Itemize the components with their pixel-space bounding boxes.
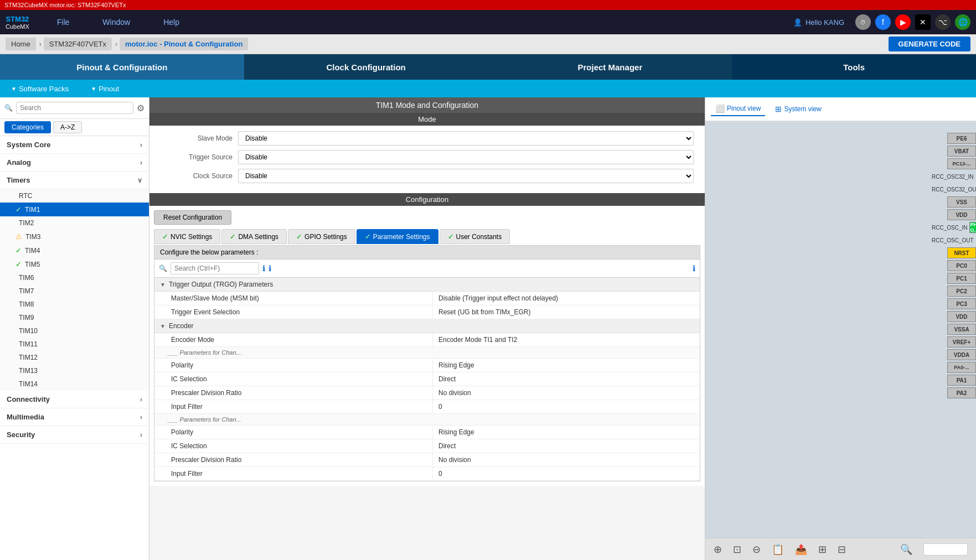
- sidebar-item-tim11[interactable]: TIM11: [0, 338, 149, 351]
- tab-check-icon-user: ✓: [448, 232, 454, 241]
- menu-window[interactable]: Window: [86, 13, 147, 31]
- slave-mode-row: Slave Mode Disable: [161, 131, 694, 146]
- youtube-icon[interactable]: ▶: [895, 14, 911, 30]
- facebook-icon[interactable]: f: [875, 14, 891, 30]
- sidebar-item-tim3[interactable]: ⚠ TIM3: [0, 230, 149, 243]
- clock-source-row: Clock Source Disable: [161, 169, 694, 183]
- info-icon-3[interactable]: ℹ: [693, 264, 695, 273]
- sidebar-item-multimedia[interactable]: Multimedia ›: [0, 408, 149, 426]
- cat-tab-az[interactable]: A->Z: [53, 121, 82, 133]
- fit-button[interactable]: ⊡: [733, 543, 741, 556]
- breadcrumb-home[interactable]: Home: [6, 38, 36, 50]
- sidebar-item-tim13[interactable]: TIM13: [0, 364, 149, 377]
- search-icon: 🔍: [4, 104, 13, 112]
- chevron-down-icon: ▼: [11, 86, 17, 92]
- pin-pc13: PC13-...: [932, 158, 976, 170]
- pin-pc14: RCC_OSC32_IN PC14-...: [932, 170, 976, 183]
- export2-button[interactable]: 📤: [795, 543, 807, 556]
- param-group-encoder[interactable]: ▼ Encoder: [154, 319, 700, 333]
- config-tab-gpio[interactable]: ✓ GPIO Settings: [288, 229, 355, 244]
- generate-code-button[interactable]: GENERATE CODE: [889, 37, 970, 51]
- reset-configuration-button[interactable]: Reset Configuration: [154, 210, 231, 225]
- param-row-ic-selection-1: IC Selection Direct: [154, 372, 700, 386]
- github-icon[interactable]: ⌥: [935, 14, 951, 30]
- grid-button[interactable]: ⊟: [838, 543, 846, 556]
- main-content: 🔍 ⚙ Categories A->Z System Core › Analog…: [0, 97, 976, 560]
- sidebar-item-tim9[interactable]: TIM9: [0, 311, 149, 324]
- sidebar-item-tim4[interactable]: ✓ TIM4: [0, 243, 149, 257]
- tab-project[interactable]: Project Manager: [488, 54, 732, 80]
- x-icon[interactable]: ✕: [915, 14, 931, 30]
- sidebar-item-system-core[interactable]: System Core ›: [0, 136, 149, 154]
- breadcrumb-device[interactable]: STM32F407VETx: [44, 38, 112, 50]
- param-group-trgo[interactable]: ▼ Trigger Output (TRGO) Parameters: [154, 278, 700, 292]
- sidebar-item-tim6[interactable]: TIM6: [0, 271, 149, 284]
- config-tab-user-constants[interactable]: ✓ User Constants: [440, 229, 510, 244]
- sidebar-list: System Core › Analog › Timers ∨ RTC ✓: [0, 136, 149, 560]
- globe-icon[interactable]: 🌐: [955, 14, 970, 30]
- title-text: STM32CubeMX motor.ioc: STM32F407VETx: [4, 2, 126, 8]
- mode-section-header: Mode: [149, 113, 705, 126]
- param-row-trigger-event: Trigger Event Selection Reset (UG bit fr…: [154, 305, 700, 319]
- param-row-prescaler-1: Prescaler Division Ratio No division: [154, 386, 700, 400]
- sidebar-item-tim2[interactable]: TIM2: [0, 216, 149, 230]
- chevron-right-icon-4: ›: [140, 413, 142, 421]
- sidebar-item-tim10[interactable]: TIM10: [0, 324, 149, 338]
- info-icon-1[interactable]: ℹ: [262, 264, 265, 273]
- sidebar-item-security[interactable]: Security ›: [0, 426, 149, 444]
- split-button[interactable]: ⊞: [818, 543, 827, 556]
- toolbar-search-input[interactable]: [923, 543, 968, 556]
- user-icon: 👤: [793, 18, 802, 27]
- search-input[interactable]: [16, 102, 133, 114]
- pin-ph0: RCC_OSC_IN PH0-O...: [932, 221, 976, 234]
- sub-tab-pinout[interactable]: ▼ Pinout: [91, 85, 119, 93]
- pin-nrst: NRST: [932, 247, 976, 259]
- menu-file[interactable]: File: [40, 13, 86, 31]
- sidebar-item-connectivity[interactable]: Connectivity ›: [0, 391, 149, 408]
- sub-tab-software[interactable]: ▼ Software Packs: [11, 85, 69, 93]
- config-tabs: ✓ NVIC Settings ✓ DMA Settings ✓ GPIO Se…: [154, 229, 700, 244]
- tab-clock[interactable]: Clock Configuration: [244, 54, 488, 80]
- panel-title: TIM1 Mode and Configuration: [149, 97, 705, 113]
- chevron-down-icon-trgo: ▼: [160, 282, 166, 288]
- sidebar-item-tim12[interactable]: TIM12: [0, 351, 149, 364]
- config-tab-dma[interactable]: ✓ DMA Settings: [221, 229, 287, 244]
- sidebar-item-analog[interactable]: Analog ›: [0, 154, 149, 172]
- menu-help[interactable]: Help: [147, 13, 196, 31]
- slave-mode-select[interactable]: Disable: [238, 131, 694, 146]
- trigger-source-select[interactable]: Disable: [238, 150, 694, 164]
- breadcrumb-arrow-1: ›: [39, 40, 42, 48]
- sidebar-item-tim5[interactable]: ✓ TIM5: [0, 257, 149, 271]
- gear-icon[interactable]: ⚙: [137, 103, 144, 113]
- view-tab-system[interactable]: ⊞ System view: [771, 102, 825, 116]
- sidebar-item-tim1[interactable]: ✓ TIM1: [0, 203, 149, 216]
- title-bar: STM32CubeMX motor.ioc: STM32F407VETx: [0, 0, 976, 10]
- clock-source-select[interactable]: Disable: [238, 169, 694, 183]
- zoom-in-button[interactable]: ⊕: [714, 543, 722, 556]
- sidebar-item-timers[interactable]: Timers ∨: [0, 172, 149, 189]
- config-tab-parameter[interactable]: ✓ Parameter Settings: [357, 229, 438, 244]
- user-name: Hello KANG: [805, 18, 844, 27]
- breadcrumb-file[interactable]: motor.ioc - Pinout & Configuration: [120, 38, 248, 50]
- sidebar-item-tim7[interactable]: TIM7: [0, 284, 149, 298]
- main-tab-bar: Pinout & Configuration Clock Configurati…: [0, 54, 976, 80]
- export1-button[interactable]: 📋: [772, 543, 784, 556]
- logo-cubemx: CubeMX: [6, 23, 29, 30]
- sidebar-analog-label: Analog: [7, 158, 31, 167]
- view-tab-pinout[interactable]: ⬜ Pinout view: [711, 102, 765, 116]
- info-icon-2[interactable]: ℹ: [268, 264, 271, 273]
- params-search-input[interactable]: [171, 262, 259, 274]
- mode-form: Slave Mode Disable Trigger Source Disabl…: [149, 126, 705, 193]
- cat-tab-categories[interactable]: Categories: [4, 121, 51, 133]
- param-row-filter-1: Input Filter 0: [154, 400, 700, 414]
- sidebar-item-tim14[interactable]: TIM14: [0, 377, 149, 391]
- logo: STM32 CubeMX: [6, 15, 29, 30]
- tab-tools[interactable]: Tools: [732, 54, 976, 80]
- sidebar-item-tim8[interactable]: TIM8: [0, 298, 149, 311]
- tab-pinout[interactable]: Pinout & Configuration: [0, 54, 244, 80]
- config-tab-nvic[interactable]: ✓ NVIC Settings: [154, 229, 220, 244]
- sidebar-timers-list: RTC ✓ TIM1 TIM2 ⚠ TIM3 ✓ TIM4: [0, 189, 149, 391]
- pin-rail: PE6 VBAT PC13-... RCC_OSC32_IN PC14-... …: [932, 132, 976, 399]
- zoom-out-button[interactable]: ⊖: [752, 543, 761, 556]
- sidebar-item-rtc[interactable]: RTC: [0, 189, 149, 203]
